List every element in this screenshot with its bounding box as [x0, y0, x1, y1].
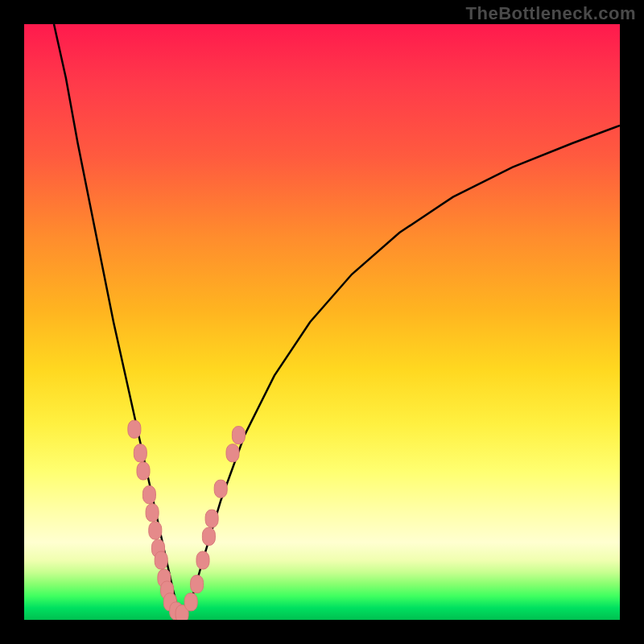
watermark-text: TheBottleneck.com [466, 3, 636, 24]
data-marker [191, 576, 204, 593]
markers-group [128, 420, 246, 620]
chart-frame: TheBottleneck.com [0, 0, 644, 644]
curve-right [185, 126, 620, 614]
data-marker [155, 551, 167, 569]
data-marker [184, 593, 197, 611]
data-marker [214, 480, 227, 497]
data-marker [134, 444, 147, 462]
data-marker [202, 527, 215, 545]
data-marker [128, 420, 141, 438]
data-marker [137, 462, 150, 480]
curve-svg [24, 24, 620, 620]
data-marker [205, 510, 218, 527]
data-marker [226, 444, 239, 462]
data-marker [142, 486, 155, 504]
plot-area [24, 24, 620, 620]
data-marker [196, 551, 209, 569]
data-marker [232, 427, 245, 444]
data-marker [149, 522, 162, 539]
data-marker [146, 504, 159, 522]
